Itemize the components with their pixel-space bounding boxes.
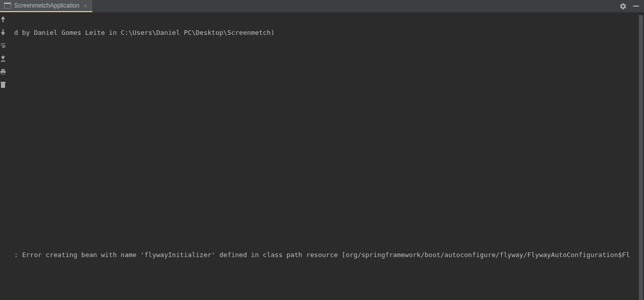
console-gutter [0,13,6,300]
main-area: d by Daniel Gomes Leite in C:\Users\Dani… [0,13,644,300]
tab-screenmetch-application[interactable]: ScreenmetchApplication × [0,0,92,12]
close-icon[interactable]: × [82,3,88,9]
svg-rect-9 [2,82,4,82]
arrow-down-icon[interactable] [1,29,6,36]
scroll-to-end-icon[interactable] [1,55,6,62]
minimize-icon[interactable] [632,2,640,10]
svg-rect-3 [1,61,5,62]
console-line: d by Daniel Gomes Leite in C:\Users\Dani… [14,28,275,38]
console-output[interactable]: d by Daniel Gomes Leite in C:\Users\Dani… [6,13,638,300]
svg-rect-6 [2,73,5,74]
arrow-up-icon[interactable] [1,16,6,23]
svg-rect-4 [2,69,5,71]
print-icon[interactable] [1,68,6,75]
vertical-scrollbar[interactable] [638,13,644,300]
gear-icon[interactable] [619,2,627,10]
tab-bar: ScreenmetchApplication × [0,0,644,13]
svg-rect-7 [1,83,5,88]
tab-bar-actions [619,0,644,12]
soft-wrap-icon[interactable] [1,42,6,49]
console-line: : Error creating bean with name 'flywayI… [14,250,630,260]
scrollbar-thumb[interactable] [639,15,643,300]
run-console-icon [4,3,11,9]
trash-icon[interactable] [1,81,6,88]
svg-rect-2 [633,6,639,7]
tab-label: ScreenmetchApplication [14,2,79,9]
svg-rect-1 [4,3,11,4]
